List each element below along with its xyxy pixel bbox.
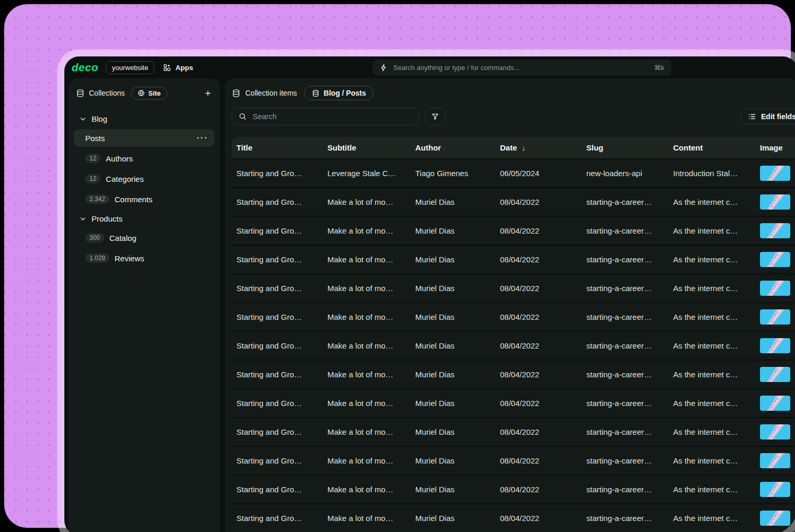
filter-button[interactable] xyxy=(425,108,446,125)
cell-content: As the internet c… xyxy=(668,255,755,264)
command-search-input[interactable] xyxy=(392,63,650,72)
deco-logo[interactable]: deco xyxy=(72,61,98,74)
table-search-input[interactable] xyxy=(252,112,412,121)
cell-title: Starting and Gro… xyxy=(232,341,323,350)
column-header[interactable]: Title xyxy=(232,143,323,152)
cell-slug: starting-a-career… xyxy=(582,341,668,350)
table-row[interactable]: Starting and Gro… Leverage Stale C… Tiag… xyxy=(232,158,795,187)
tree-label: Products xyxy=(92,214,122,223)
table-row[interactable]: Starting and Gro… Make a lot of mo… Muri… xyxy=(232,417,795,446)
count-badge: 12 xyxy=(85,154,100,163)
cell-image xyxy=(755,396,795,411)
cell-subtitle: Make a lot of mo… xyxy=(323,255,411,264)
sidebar-item-blog[interactable]: Blog xyxy=(74,111,214,126)
sidebar-item-posts[interactable]: Posts ··· xyxy=(74,129,214,147)
cell-subtitle: Make a lot of mo… xyxy=(323,399,411,408)
tree-label: Comments xyxy=(115,195,153,204)
tree-label: Reviews xyxy=(115,254,144,263)
cell-slug: starting-a-career… xyxy=(582,427,668,436)
table-row[interactable]: Starting and Gro… Make a lot of mo… Muri… xyxy=(232,302,795,331)
column-header[interactable]: Subtitle xyxy=(323,143,411,152)
cell-content: As the internet c… xyxy=(668,284,755,293)
column-header[interactable]: Content xyxy=(668,143,755,152)
sidebar-item-categories[interactable]: 12 Categories xyxy=(74,170,214,188)
cell-slug: starting-a-career… xyxy=(582,485,668,494)
tree-label: Catalog xyxy=(109,234,137,242)
chevron-down-icon[interactable] xyxy=(79,115,87,123)
cell-date: 08/04/2022 xyxy=(495,456,582,465)
site-toggle[interactable]: Site xyxy=(131,87,167,100)
cell-slug: starting-a-career… xyxy=(582,198,668,206)
cell-title: Starting and Gro… xyxy=(232,255,323,264)
table-body: Starting and Gro… Leverage Stale C… Tiag… xyxy=(232,158,795,532)
table-row[interactable]: Starting and Gro… Make a lot of mo… Muri… xyxy=(232,475,795,503)
table-row[interactable]: Starting and Gro… Make a lot of mo… Muri… xyxy=(232,273,795,302)
table-row[interactable]: Starting and Gro… Make a lot of mo… Muri… xyxy=(232,187,795,216)
table-search[interactable] xyxy=(232,108,419,125)
cell-date: 08/04/2022 xyxy=(495,399,582,408)
sidebar-item-reviews[interactable]: 1.029 Reviews xyxy=(74,249,214,267)
cell-author: Muriel Dias xyxy=(411,313,495,321)
edit-fields-button[interactable]: Edit fields xyxy=(741,109,795,124)
cell-content: As the internet c… xyxy=(668,399,755,408)
post-image-thumbnail xyxy=(760,482,790,497)
database-icon xyxy=(232,89,241,98)
cell-image xyxy=(755,166,795,181)
count-badge: 2.342 xyxy=(85,194,109,204)
chevron-down-icon[interactable] xyxy=(79,215,87,223)
cell-content: As the internet c… xyxy=(668,485,755,494)
collection-chip[interactable]: Blog / Posts xyxy=(304,86,373,100)
cell-author: Muriel Dias xyxy=(411,370,495,379)
site-name-chip[interactable]: yourwebsite xyxy=(106,61,154,74)
cell-content: As the internet c… xyxy=(668,226,755,235)
apps-label: Apps xyxy=(175,64,193,72)
sort-descending-icon[interactable]: ↓ xyxy=(522,143,526,152)
sidebar-item-catalog[interactable]: 300 Catalog xyxy=(74,229,214,247)
sidebar-item-comments[interactable]: 2.342 Comments xyxy=(74,190,214,208)
cell-subtitle: Make a lot of mo… xyxy=(323,341,411,350)
cell-slug: starting-a-career… xyxy=(582,226,668,235)
cell-title: Starting and Gro… xyxy=(232,399,323,408)
cell-title: Starting and Gro… xyxy=(232,370,323,379)
table-row[interactable]: Starting and Gro… Make a lot of mo… Muri… xyxy=(232,216,795,245)
cell-slug: starting-a-career… xyxy=(582,284,668,293)
column-header[interactable]: Author xyxy=(411,143,495,152)
cell-date: 08/04/2022 xyxy=(495,198,582,206)
add-collection-button[interactable] xyxy=(203,89,212,98)
count-badge: 1.029 xyxy=(85,253,109,263)
cell-author: Muriel Dias xyxy=(411,514,495,523)
collections-label: Collections xyxy=(89,89,124,97)
collections-tree: Blog Posts ··· 12 Authors 12 Categories … xyxy=(69,101,220,267)
column-header[interactable]: Date ↓ xyxy=(495,143,582,152)
funnel-icon xyxy=(431,112,439,121)
apps-nav[interactable]: Apps xyxy=(163,63,193,72)
bulleted-list-icon xyxy=(748,112,756,121)
command-search-bar[interactable]: ⌘k xyxy=(373,60,671,75)
cell-content: As the internet c… xyxy=(668,514,755,523)
table-row[interactable]: Starting and Gro… Make a lot of mo… Muri… xyxy=(232,360,795,388)
column-header[interactable]: Image xyxy=(755,143,795,152)
database-icon xyxy=(312,89,320,97)
table-row[interactable]: Starting and Gro… Make a lot of mo… Muri… xyxy=(232,388,795,417)
cell-author: Muriel Dias xyxy=(411,226,495,235)
cell-subtitle: Make a lot of mo… xyxy=(323,485,411,494)
table-row[interactable]: Starting and Gro… Make a lot of mo… Muri… xyxy=(232,331,795,360)
cell-author: Muriel Dias xyxy=(411,341,495,350)
cell-date: 08/04/2022 xyxy=(495,485,582,494)
table-row[interactable]: Starting and Gro… Make a lot of mo… Muri… xyxy=(232,245,795,273)
table-row[interactable]: Starting and Gro… Make a lot of mo… Muri… xyxy=(232,446,795,475)
cell-title: Starting and Gro… xyxy=(232,427,323,436)
table-row[interactable]: Starting and Gro… Make a lot of mo… Muri… xyxy=(232,503,795,532)
cell-image xyxy=(755,338,795,353)
cell-title: Starting and Gro… xyxy=(232,456,323,465)
sidebar-item-products[interactable]: Products xyxy=(74,211,214,226)
posts-options-icon[interactable]: ··· xyxy=(197,133,208,143)
app-window: deco yourwebsite Apps ⌘k Collections xyxy=(64,56,795,532)
cell-author: Tiago Gimenes xyxy=(411,169,495,178)
cell-title: Starting and Gro… xyxy=(232,226,323,235)
cell-image xyxy=(755,511,795,526)
column-header[interactable]: Slug xyxy=(582,143,668,152)
cell-title: Starting and Gro… xyxy=(232,514,323,523)
sidebar-item-authors[interactable]: 12 Authors xyxy=(74,149,214,167)
cell-content: As the internet c… xyxy=(668,198,755,206)
